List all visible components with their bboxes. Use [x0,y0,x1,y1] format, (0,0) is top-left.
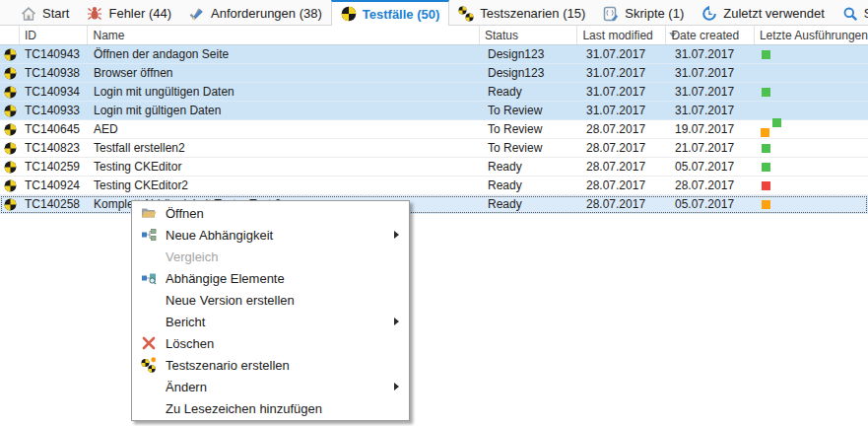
menu-item-label: Neue Version erstellen [166,293,409,308]
tab-label: Suche [864,6,868,21]
column-header-row-icon[interactable] [0,26,20,44]
table-row[interactable]: TC140943Öffnen der andagon SeiteDesign12… [0,45,868,64]
table-row[interactable]: TC140823Testfall erstellen2To Review28.0… [0,139,868,158]
menu-item-loeschen[interactable]: Löschen [132,332,409,354]
menu-item-bericht[interactable]: Bericht [132,311,409,332]
requirements-icon [189,6,205,22]
open-folder-icon [132,205,166,221]
history-icon [701,6,717,22]
test-management-window: Start Fehler (44) Anforderungen (38) Tes… [0,0,868,426]
tab-label: Testfälle (50) [363,7,440,22]
table-row[interactable]: TC140933Login mit gültigen DatenTo Revie… [0,102,868,120]
menu-item-label: Testszenario erstellen [166,358,409,373]
column-header-status[interactable]: Status [480,26,577,44]
row-executions [759,83,868,101]
column-label: Status [485,29,518,42]
menu-item-oeffnen[interactable]: Öffnen [132,202,409,224]
tab-label: Fehler (44) [108,6,171,21]
tab-fehler[interactable]: Fehler (44) [78,0,180,25]
menu-item-label: Löschen [166,336,409,351]
tab-testfaelle[interactable]: Testfälle (50) [331,0,450,26]
row-name: AED [89,120,483,138]
row-name: Testfall erstellen2 [89,139,483,157]
tab-zuletzt-verwendet[interactable]: Zuletzt verwendet [693,0,834,25]
table-row[interactable]: TC140645AEDTo Review28.07.201719.07.2017 [0,120,868,139]
column-header-date-created[interactable]: Date created [666,26,754,44]
row-date-created: 31.07.2017 [670,102,759,119]
create-testscenario-icon [132,357,166,373]
row-name: Browser öffnen [89,64,483,82]
row-executions [759,102,868,119]
row-last-modified: 31.07.2017 [581,45,670,63]
tab-label: Testszenarien (15) [480,6,585,21]
search-icon [842,6,858,22]
row-status: Design123 [483,45,581,63]
menu-item-neue-version-erstellen[interactable]: Neue Version erstellen [132,289,409,311]
row-name: Login mit gültigen Daten [89,102,483,119]
table-row[interactable]: TC140934Login mit ungültigen DatenReady3… [0,83,868,102]
testcase-icon [0,195,20,213]
row-id: TC140259 [20,158,89,176]
menu-item-neue-abhaengigkeit[interactable]: Neue Abhängigkeit [132,224,409,246]
testcase-icon [0,177,20,194]
tab-start[interactable]: Start [12,0,78,25]
menu-item-label: Abhängige Elemente [166,271,409,286]
tab-testszenarien[interactable]: Testszenarien (15) [449,0,594,25]
row-date-created: 05.07.2017 [670,195,759,213]
test-case-table: TC140943Öffnen der andagon SeiteDesign12… [0,45,868,214]
menu-item-aendern[interactable]: Ändern [132,376,409,397]
row-date-created: 21.07.2017 [670,139,759,157]
row-date-created: 05.07.2017 [670,158,759,176]
row-status: To Review [483,102,581,119]
column-header-name[interactable]: Name [88,26,480,44]
execution-status-square-green [762,88,770,97]
execution-status-square-red [762,181,770,190]
execution-status-square-green [772,118,781,127]
home-icon [21,6,36,22]
column-header-last-modified[interactable]: Last modified [577,26,666,44]
main-toolbar: Start Fehler (44) Anforderungen (38) Tes… [0,0,868,26]
testcase-icon [0,139,20,157]
row-date-created: 31.07.2017 [670,83,759,101]
row-last-modified: 31.07.2017 [581,83,670,101]
row-last-modified: 28.07.2017 [581,158,670,176]
script-icon [603,6,619,22]
row-name: Testing CKEditor2 [89,177,483,194]
row-id: TC140823 [20,139,89,157]
row-date-created: 31.07.2017 [670,64,759,82]
menu-item-label: Neue Abhängigkeit [166,228,394,243]
row-name: Login mit ungültigen Daten [89,83,483,101]
execution-status-square-orange [761,128,769,137]
row-date-created: 31.07.2017 [670,45,759,63]
menu-item-label: Ändern [166,380,394,394]
table-row[interactable]: TC140924Testing CKEditor2Ready28.07.2017… [0,177,868,195]
column-label: Letzte Ausführungen [760,29,868,42]
testcase-icon [0,102,20,119]
tab-skripte[interactable]: Skripte (1) [594,0,693,25]
menu-item-label: Zu Lesezeichen hinzufügen [166,401,409,416]
tab-anforderungen[interactable]: Anforderungen (38) [180,0,331,25]
table-row[interactable]: TC140938Browser öffnenDesign12331.07.201… [0,64,868,83]
tab-suche[interactable]: Suche [834,0,868,25]
row-id: TC140258 [20,195,89,213]
table-row[interactable]: TC140259Testing CKEditorReady28.07.20170… [0,158,868,177]
context-menu: ÖffnenNeue AbhängigkeitVergleichAbhängig… [131,200,410,421]
column-header-id[interactable]: ID [20,26,89,44]
row-id: TC140645 [20,120,89,138]
row-last-modified: 28.07.2017 [581,120,670,138]
menu-item-testszenario-erstellen[interactable]: Testszenario erstellen [132,354,409,376]
menu-item-zu-lesezeichen-hinzufuegen[interactable]: Zu Lesezeichen hinzufügen [132,397,409,419]
row-id: TC140933 [20,102,89,119]
testscenario-icon [458,6,474,22]
row-name: Öffnen der andagon Seite [89,45,483,63]
row-id: TC140934 [20,83,89,101]
column-label: Date created [671,29,739,42]
submenu-arrow-icon [394,231,399,239]
column-label: Name [93,29,124,42]
column-header-letzte-ausfuehrungen[interactable]: Letzte Ausführungen [755,26,868,44]
menu-item-abhaengige-elemente[interactable]: Abhängige Elemente [132,267,409,289]
row-executions [759,64,868,82]
execution-status-square-green [762,163,770,172]
row-executions [759,139,868,157]
tab-label: Skripte (1) [625,6,684,21]
